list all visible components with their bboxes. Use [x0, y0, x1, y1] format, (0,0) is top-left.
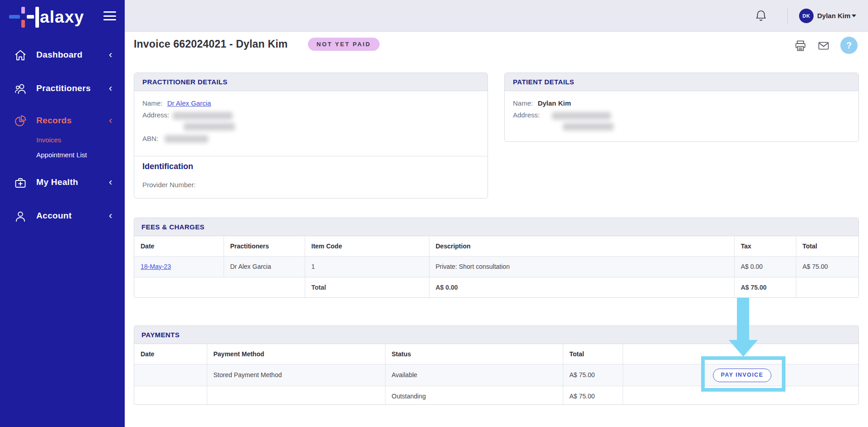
- fee-description: Private: Short consultation: [429, 256, 734, 277]
- payment-date: [134, 364, 207, 386]
- redacted-practitioner-abn: [165, 135, 208, 143]
- chevron-left-icon: ‹: [109, 115, 112, 126]
- fees-tax-total: A$ 0.00: [429, 277, 734, 298]
- sidebar-item-dashboard[interactable]: Dashboard ‹: [0, 45, 125, 65]
- payment-total: A$ 75.00: [563, 364, 623, 386]
- hamburger-menu-icon[interactable]: [103, 11, 117, 22]
- chevron-left-icon: ‹: [109, 210, 112, 222]
- identification-title: Identification: [142, 162, 193, 171]
- sidebar: alaxy Dashboard ‹ Practitioners ‹ Record…: [0, 0, 125, 427]
- fees-charges-title: FEES & CHARGES: [134, 218, 858, 236]
- medical-bag-icon: [14, 176, 27, 189]
- user-menu[interactable]: Dylan Kim: [817, 12, 850, 19]
- avatar[interactable]: DK: [799, 9, 814, 23]
- payment-status: Available: [385, 364, 563, 386]
- chevron-left-icon: ‹: [109, 82, 112, 94]
- annotation-arrow-shaft: [737, 298, 749, 341]
- redacted-practitioner-address-line1: [173, 112, 233, 120]
- practitioner-abn-label: ABN:: [142, 135, 158, 142]
- logo-cross-coral: [21, 20, 25, 28]
- chevron-left-icon: ‹: [109, 49, 112, 61]
- redacted-patient-address-line1: [552, 112, 611, 120]
- practitioner-details-title: PRACTITIONER DETAILS: [134, 73, 488, 91]
- fee-total: A$ 75.00: [796, 256, 858, 277]
- fee-practitioner: Dr Alex Garcia: [224, 256, 305, 277]
- provider-number-label: Provider Number:: [142, 181, 196, 189]
- annotation-arrow-head-icon: [729, 340, 758, 357]
- person-icon: [14, 210, 27, 223]
- printer-icon[interactable]: [795, 40, 806, 52]
- home-icon: [14, 49, 27, 62]
- logo-wordmark: alaxy: [40, 7, 84, 28]
- sidebar-item-account[interactable]: Account ‹: [0, 206, 125, 226]
- patient-address-label: Address:: [513, 111, 540, 119]
- sidebar-item-records[interactable]: Records ‹: [0, 111, 125, 131]
- annotation-highlight-box: [701, 356, 785, 392]
- page-title: Invoice 662024021 - Dylan Kim: [134, 38, 288, 50]
- payment-status: Outstanding: [385, 386, 563, 405]
- logo-cross-lavender: [21, 7, 25, 14]
- sidebar-item-practitioners[interactable]: Practitioners ‹: [0, 79, 125, 99]
- fees-total-label: Total: [305, 277, 429, 298]
- practitioner-name-row: Name: Dr Alex Garcia: [142, 99, 211, 107]
- payment-method: Stored Payment Method: [207, 364, 385, 386]
- sidebar-subitem-invoices[interactable]: Invoices: [36, 136, 61, 144]
- topbar-divider: [787, 8, 788, 24]
- bell-icon[interactable]: [755, 10, 767, 22]
- sidebar-item-my-health[interactable]: My Health ‹: [0, 173, 125, 193]
- card-divider: [134, 156, 488, 156]
- people-icon: [14, 82, 27, 95]
- patient-name-value: Dylan Kim: [538, 99, 571, 107]
- caret-down-icon[interactable]: [852, 15, 856, 17]
- logo-h-dash: [27, 15, 34, 19]
- practitioner-details-card: PRACTITIONER DETAILS Name: Dr Alex Garci…: [134, 73, 488, 199]
- pie-chart-icon: [14, 115, 27, 127]
- envelope-icon[interactable]: [818, 40, 829, 52]
- fee-tax: A$ 0.00: [734, 256, 796, 277]
- status-badge: NOT YET PAID: [308, 38, 380, 51]
- practitioner-address-label: Address:: [142, 111, 169, 119]
- fee-item-code: 1: [305, 256, 429, 277]
- redacted-practitioner-address-line2: [184, 123, 235, 131]
- practitioner-name-link[interactable]: Dr Alex Garcia: [167, 99, 211, 107]
- payment-date: [134, 386, 207, 405]
- payment-method: [207, 386, 385, 405]
- patient-details-card: PATIENT DETAILS Name: Dylan Kim Address:: [504, 73, 859, 142]
- fee-date-link[interactable]: 18-May-23: [141, 263, 171, 270]
- fees-row: 18-May-23 Dr Alex Garcia 1 Private: Shor…: [134, 256, 858, 277]
- fees-header-row: Date Practitioners Item Code Description…: [134, 236, 858, 256]
- patient-name-row: Name: Dylan Kim: [513, 99, 571, 107]
- logo-h-stem: [35, 7, 39, 28]
- chevron-left-icon: ‹: [109, 176, 112, 188]
- redacted-patient-address-line2: [563, 123, 614, 131]
- sidebar-subitem-appointment-list[interactable]: Appointment List: [36, 151, 87, 159]
- fees-charges-section: FEES & CHARGES Date Practitioners Item C…: [134, 218, 859, 298]
- payment-total: A$ 75.00: [563, 386, 623, 405]
- help-icon[interactable]: ?: [840, 37, 858, 54]
- logo-cross-blue: [9, 15, 20, 19]
- topbar: DK Dylan Kim: [125, 0, 868, 32]
- fees-footer-row: Total A$ 0.00 A$ 75.00: [134, 277, 858, 298]
- fees-amount-total: A$ 75.00: [734, 277, 796, 298]
- fees-charges-table: Date Practitioners Item Code Description…: [134, 236, 858, 298]
- patient-details-title: PATIENT DETAILS: [505, 73, 858, 91]
